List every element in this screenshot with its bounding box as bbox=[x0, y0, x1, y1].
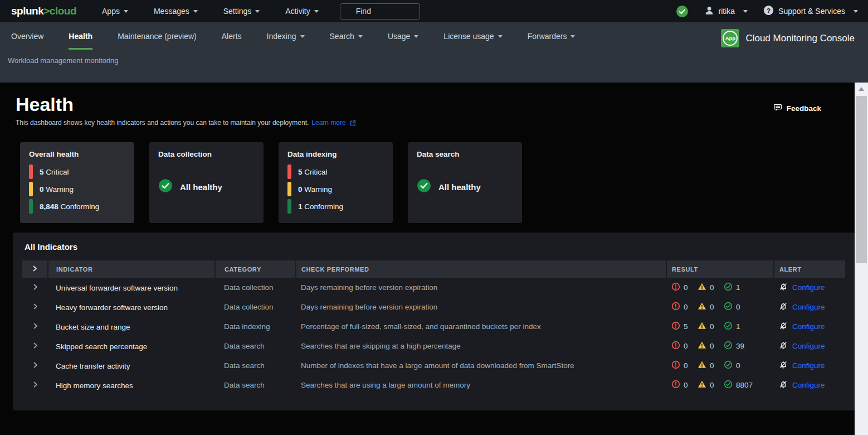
page-title: Health bbox=[16, 94, 74, 115]
card-data-collection[interactable]: Data collection All healthy bbox=[149, 142, 264, 223]
critical-label: Critical bbox=[46, 168, 69, 176]
tab-maintenance[interactable]: Maintenance (preview) bbox=[118, 32, 197, 50]
top-right-controls: ritika ? Support & Services bbox=[676, 5, 858, 18]
scrollbar-up-button[interactable] bbox=[855, 83, 868, 95]
tab-label: License usage bbox=[443, 32, 494, 41]
configure-link[interactable]: Configure bbox=[792, 283, 825, 292]
header-alert: ALERT bbox=[774, 260, 845, 278]
success-icon bbox=[724, 302, 733, 313]
expand-row-icon[interactable] bbox=[32, 303, 39, 310]
indicator-category: Data search bbox=[215, 336, 296, 356]
tab-alerts[interactable]: Alerts bbox=[222, 32, 242, 50]
menu-settings[interactable]: Settings bbox=[223, 7, 260, 16]
support-services-menu[interactable]: ? Support & Services bbox=[763, 5, 858, 17]
critical-count: 0 bbox=[684, 361, 688, 370]
tab-usage[interactable]: Usage bbox=[388, 32, 418, 50]
conforming-label: Conforming bbox=[61, 202, 100, 211]
indicators-table: INDICATOR CATEGORY CHECK PERFORMED RESUL… bbox=[22, 260, 845, 395]
success-count: 1 bbox=[736, 283, 740, 292]
tab-label: Alerts bbox=[222, 32, 242, 41]
check-performed: Days remaining before version expiration bbox=[296, 278, 666, 297]
success-count: 0 bbox=[736, 303, 740, 311]
card-title: Data search bbox=[417, 150, 513, 158]
card-overall-health[interactable]: Overall health 5 Critical 0 Warning 8,84… bbox=[20, 142, 134, 223]
learn-more-link[interactable]: Learn more bbox=[311, 119, 345, 127]
success-icon bbox=[724, 321, 733, 332]
header-indicator: INDICATOR bbox=[48, 260, 215, 278]
expand-row-icon[interactable] bbox=[32, 361, 39, 369]
indicator-category: Data search bbox=[215, 375, 296, 395]
table-row: Universal forwarder software version Dat… bbox=[22, 278, 845, 297]
success-count: 1 bbox=[736, 322, 740, 331]
configure-link[interactable]: Configure bbox=[792, 342, 825, 350]
tab-license-usage[interactable]: License usage bbox=[443, 32, 502, 50]
bell-off-icon bbox=[779, 282, 788, 293]
critical-bar-icon bbox=[287, 165, 291, 179]
warning-count: 0 bbox=[710, 303, 714, 311]
app-badge-label: App bbox=[723, 31, 738, 46]
indicator-name[interactable]: Heavy forwarder software version bbox=[56, 303, 168, 312]
critical-icon bbox=[671, 302, 680, 313]
tab-forwarders[interactable]: Forwarders bbox=[528, 32, 576, 50]
conforming-count-row: 8,848 Conforming bbox=[29, 198, 125, 215]
conforming-bar-icon bbox=[29, 199, 33, 214]
severity-counts: 5 Critical 0 Warning 1 Conforming bbox=[287, 163, 384, 215]
indicator-name[interactable]: Skipped search percentage bbox=[56, 342, 147, 351]
subnav-workload-management[interactable]: Workload management monitoring bbox=[0, 50, 868, 65]
critical-count: 0 bbox=[684, 342, 688, 350]
indicator-name[interactable]: Cache transfer activity bbox=[56, 362, 130, 370]
expand-row-icon[interactable] bbox=[32, 322, 39, 330]
menu-messages-label: Messages bbox=[154, 7, 189, 16]
success-count: 8807 bbox=[736, 381, 753, 389]
user-menu[interactable]: ritika bbox=[704, 6, 748, 17]
configure-link[interactable]: Configure bbox=[792, 361, 825, 370]
critical-count: 0 bbox=[684, 303, 688, 311]
page-subtitle: This dashboard shows key health indicato… bbox=[0, 115, 855, 127]
all-indicators-panel: All Indicators INDICATOR CATEGORY CHECK … bbox=[13, 233, 855, 410]
scrollbar-thumb[interactable] bbox=[856, 96, 867, 263]
scroll-up-icon bbox=[859, 87, 864, 91]
subtitle-text: This dashboard shows key health indicato… bbox=[16, 119, 309, 127]
bell-off-icon bbox=[779, 341, 788, 352]
indicator-name[interactable]: High memory searches bbox=[56, 381, 133, 390]
tab-overview[interactable]: Overview bbox=[11, 32, 43, 50]
splunk-cloud-logo[interactable]: splunk>cloud bbox=[11, 5, 76, 17]
indicator-name[interactable]: Bucket size and range bbox=[56, 323, 130, 331]
tab-indexing[interactable]: Indexing bbox=[267, 32, 305, 50]
severity-counts: 5 Critical 0 Warning 8,848 Conforming bbox=[29, 163, 125, 215]
menu-apps[interactable]: Apps bbox=[102, 7, 128, 16]
find-search-input[interactable] bbox=[340, 3, 420, 20]
app-title: Cloud Monitoring Console bbox=[745, 33, 855, 44]
vertical-scrollbar[interactable] bbox=[855, 83, 868, 435]
expand-row-icon[interactable] bbox=[32, 342, 39, 349]
configure-link[interactable]: Configure bbox=[792, 303, 825, 311]
menu-messages[interactable]: Messages bbox=[154, 7, 198, 16]
indicator-name[interactable]: Universal forwarder software version bbox=[56, 284, 178, 292]
header-check-performed: CHECK PERFORMED bbox=[296, 260, 666, 278]
configure-link[interactable]: Configure bbox=[792, 381, 825, 389]
menu-activity[interactable]: Activity bbox=[285, 7, 318, 16]
tab-label: Search bbox=[330, 32, 354, 41]
deployment-healthy-icon[interactable] bbox=[676, 5, 689, 18]
critical-count: 0 bbox=[684, 283, 688, 292]
health-summary-cards: Overall health 5 Critical 0 Warning 8,84… bbox=[20, 142, 855, 223]
configure-link[interactable]: Configure bbox=[792, 322, 825, 331]
warning-icon bbox=[698, 380, 706, 391]
table-row: High memory searches Data search Searche… bbox=[22, 375, 845, 395]
card-data-search[interactable]: Data search All healthy bbox=[408, 142, 522, 223]
expand-row-icon[interactable] bbox=[32, 283, 39, 291]
warning-icon bbox=[698, 282, 706, 293]
expand-row-icon[interactable] bbox=[32, 381, 39, 388]
feedback-button[interactable]: Feedback bbox=[773, 102, 821, 115]
tab-health[interactable]: Health bbox=[69, 32, 92, 50]
expand-all-icon[interactable] bbox=[31, 265, 38, 272]
warning-icon bbox=[698, 360, 706, 371]
success-icon bbox=[724, 380, 733, 391]
warning-count: 0 bbox=[40, 185, 44, 194]
chevron-down-icon bbox=[300, 35, 305, 38]
critical-icon bbox=[671, 321, 680, 332]
tab-search[interactable]: Search bbox=[330, 32, 363, 50]
card-data-indexing[interactable]: Data indexing 5 Critical 0 Warning 1 Con… bbox=[279, 142, 393, 223]
logo-splunk: splunk bbox=[11, 5, 43, 17]
user-name: ritika bbox=[719, 7, 735, 16]
